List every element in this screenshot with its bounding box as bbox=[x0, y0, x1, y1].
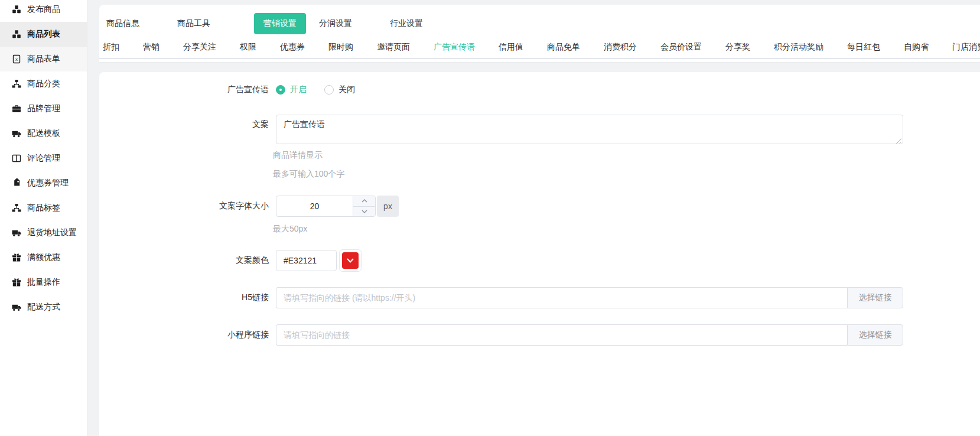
h5-link-label: H5链接 bbox=[99, 292, 276, 303]
sidebar: 发布商品商品列表x商品表单商品分类品牌管理配送模板评论管理优惠券管理商品标签退货… bbox=[0, 0, 87, 436]
columns-icon bbox=[12, 154, 21, 163]
font-size-stepper: 20 bbox=[276, 196, 376, 217]
sidebar-item-label: 批量操作 bbox=[27, 277, 60, 288]
sidebar-item-1[interactable]: 发布商品 bbox=[0, 0, 87, 22]
main-tabs: 商品信息商品工具营销设置分润设置行业设置 bbox=[99, 13, 980, 34]
sidebar-item-12[interactable]: 批量操作 bbox=[0, 270, 87, 295]
file-x-icon: x bbox=[12, 54, 21, 64]
h5-link-row: H5链接 选择链接 bbox=[99, 287, 903, 308]
font-size-row: 文案字体大小 20 px bbox=[99, 196, 903, 217]
sub-tab-1[interactable]: 折扣 bbox=[103, 42, 119, 58]
sidebar-item-label: 优惠券管理 bbox=[27, 178, 69, 188]
color-swatch bbox=[342, 252, 359, 269]
font-size-value[interactable]: 20 bbox=[276, 196, 353, 216]
color-label: 文案颜色 bbox=[99, 255, 276, 266]
sidebar-item-label: 配送方式 bbox=[27, 302, 60, 313]
main-tab-3[interactable]: 营销设置 bbox=[248, 13, 319, 34]
cubes-icon bbox=[12, 30, 21, 39]
h5-select-link-button[interactable]: 选择链接 bbox=[847, 287, 903, 308]
main-tab-2[interactable]: 商品工具 bbox=[177, 18, 248, 29]
sub-tab-7[interactable]: 邀请页面 bbox=[377, 42, 410, 58]
sitemap-icon bbox=[12, 203, 21, 213]
slogan-radio-group: 开启关闭 bbox=[276, 84, 355, 95]
sidebar-item-label: 配送模板 bbox=[27, 128, 60, 139]
color-picker-trigger[interactable] bbox=[339, 249, 362, 272]
font-size-label: 文案字体大小 bbox=[99, 201, 276, 212]
sitemap-icon bbox=[12, 79, 21, 89]
gift-icon bbox=[12, 253, 21, 262]
slogan-radio-2[interactable]: 关闭 bbox=[324, 84, 355, 95]
cubes-icon bbox=[12, 5, 21, 14]
copy-help-display: 商品详情显示 bbox=[273, 150, 323, 161]
truck-icon bbox=[12, 228, 21, 237]
copy-textarea[interactable]: 广告宣传语 bbox=[276, 115, 903, 144]
sidebar-item-8[interactable]: 优惠券管理 bbox=[0, 171, 87, 196]
truck-icon bbox=[12, 302, 21, 312]
sub-tab-14[interactable]: 积分活动奖励 bbox=[774, 42, 823, 58]
sidebar-menu: 发布商品商品列表x商品表单商品分类品牌管理配送模板评论管理优惠券管理商品标签退货… bbox=[0, 0, 87, 320]
sub-tab-11[interactable]: 消费积分 bbox=[604, 42, 637, 58]
stepper-buttons bbox=[353, 196, 375, 216]
miniprogram-select-link-button[interactable]: 选择链接 bbox=[847, 324, 903, 346]
sub-tab-4[interactable]: 权限 bbox=[240, 42, 256, 58]
chevron-down-icon bbox=[347, 258, 354, 263]
svg-text:x: x bbox=[15, 57, 18, 62]
sidebar-item-label: 商品列表 bbox=[27, 29, 60, 40]
sub-tab-15[interactable]: 每日红包 bbox=[847, 42, 880, 58]
sidebar-item-label: 品牌管理 bbox=[27, 103, 60, 114]
miniprogram-link-input[interactable] bbox=[276, 324, 847, 346]
tab-active-button[interactable]: 营销设置 bbox=[254, 13, 306, 34]
main-tab-1[interactable]: 商品信息 bbox=[106, 18, 177, 29]
sidebar-item-label: 商品分类 bbox=[27, 79, 60, 89]
main-tab-4[interactable]: 分润设置 bbox=[319, 18, 390, 29]
sidebar-item-label: 发布商品 bbox=[27, 4, 60, 15]
h5-link-input[interactable] bbox=[276, 287, 847, 308]
sidebar-item-9[interactable]: 商品标签 bbox=[0, 196, 87, 220]
radio-label: 开启 bbox=[290, 84, 307, 95]
sub-tab-10[interactable]: 商品免单 bbox=[547, 42, 580, 58]
tabs-panel: 商品信息商品工具营销设置分润设置行业设置 折扣营销分享关注权限优惠券限时购邀请页… bbox=[99, 5, 980, 62]
main-tab-5[interactable]: 行业设置 bbox=[390, 18, 461, 29]
step-down-button[interactable] bbox=[353, 206, 375, 217]
sub-tab-6[interactable]: 限时购 bbox=[328, 42, 353, 58]
sub-tab-12[interactable]: 会员价设置 bbox=[660, 42, 702, 58]
color-row: 文案颜色 bbox=[99, 249, 903, 272]
sub-tab-17[interactable]: 门店消费 bbox=[952, 42, 980, 58]
slogan-switch-label: 广告宣传语 bbox=[99, 84, 276, 95]
slogan-radio-1[interactable]: 开启 bbox=[276, 84, 307, 95]
sidebar-item-5[interactable]: 品牌管理 bbox=[0, 96, 87, 121]
radio-icon bbox=[324, 85, 334, 95]
sub-tab-2[interactable]: 营销 bbox=[143, 42, 159, 58]
copy-help-maxlen: 最多可输入100个字 bbox=[273, 169, 344, 180]
sidebar-item-2[interactable]: 商品列表 bbox=[0, 22, 87, 47]
tag-icon bbox=[12, 178, 21, 188]
sub-tab-8[interactable]: 广告宣传语 bbox=[434, 42, 475, 58]
briefcase-icon bbox=[12, 104, 21, 113]
sidebar-item-label: 商品标签 bbox=[27, 203, 60, 213]
color-value-input[interactable] bbox=[276, 250, 337, 271]
sub-tab-13[interactable]: 分享奖 bbox=[725, 42, 750, 58]
sidebar-item-7[interactable]: 评论管理 bbox=[0, 146, 87, 171]
font-size-help: 最大50px bbox=[273, 224, 307, 235]
sub-tab-5[interactable]: 优惠券 bbox=[280, 42, 305, 58]
sub-tab-16[interactable]: 自购省 bbox=[904, 42, 929, 58]
unit-suffix: px bbox=[377, 196, 399, 217]
copy-text-label: 文案 bbox=[99, 115, 276, 130]
sidebar-item-10[interactable]: 退货地址设置 bbox=[0, 220, 87, 245]
sidebar-item-label: 评论管理 bbox=[27, 153, 60, 164]
step-up-button[interactable] bbox=[353, 196, 375, 206]
sidebar-item-6[interactable]: 配送模板 bbox=[0, 121, 87, 146]
sub-tab-9[interactable]: 信用值 bbox=[499, 42, 523, 58]
form-panel: 广告宣传语 开启关闭 文案 广告宣传语 商品详情显示 最多可输入100个字 文案… bbox=[99, 72, 980, 436]
miniprogram-link-row: 小程序链接 选择链接 bbox=[99, 324, 903, 346]
sidebar-item-3[interactable]: x商品表单 bbox=[0, 47, 87, 71]
sub-tab-3[interactable]: 分享关注 bbox=[183, 42, 216, 58]
radio-icon bbox=[276, 85, 285, 95]
sidebar-item-11[interactable]: 满额优惠 bbox=[0, 245, 87, 270]
sidebar-item-4[interactable]: 商品分类 bbox=[0, 71, 87, 96]
truck-icon bbox=[12, 129, 21, 138]
slogan-switch-row: 广告宣传语 开启关闭 bbox=[99, 82, 903, 98]
chevron-up-icon bbox=[362, 199, 367, 203]
copy-text-row: 文案 广告宣传语 bbox=[99, 115, 903, 146]
sidebar-item-13[interactable]: 配送方式 bbox=[0, 295, 87, 320]
